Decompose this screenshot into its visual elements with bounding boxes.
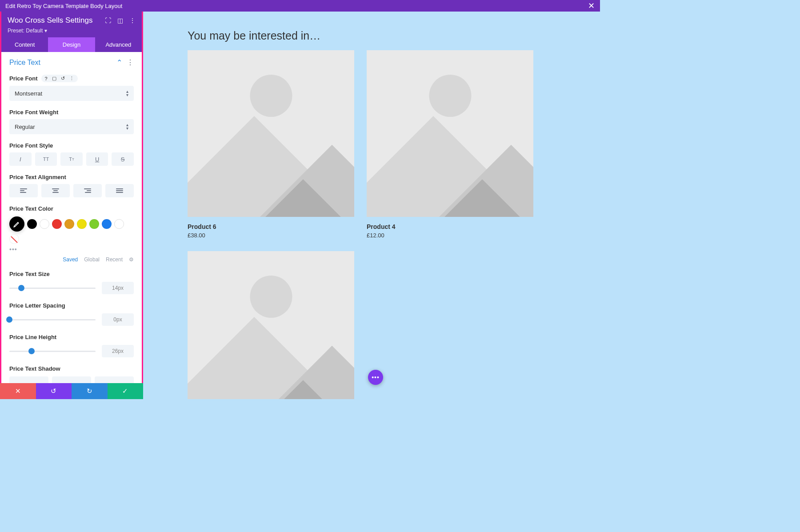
color-settings-icon[interactable]: ⚙: [129, 256, 134, 263]
line-value[interactable]: 26px: [102, 345, 134, 357]
product-name: Product 4: [367, 223, 533, 230]
line-slider[interactable]: [9, 351, 96, 352]
label-text-align: Price Text Alignment: [9, 174, 134, 180]
preset-selector[interactable]: Preset: Default ▾: [8, 28, 136, 34]
field-text-size: Price Text Size 14px: [9, 271, 134, 294]
tab-advanced[interactable]: Advanced: [95, 37, 142, 52]
swatch-orange[interactable]: [64, 219, 74, 229]
product-image-placeholder: [367, 50, 533, 217]
save-button[interactable]: ✓: [108, 383, 144, 399]
uppercase-button[interactable]: TT: [35, 152, 57, 166]
spacing-slider[interactable]: [9, 319, 96, 320]
product-image-placeholder: [188, 50, 354, 217]
product-price: £38.00: [188, 232, 354, 239]
underline-button[interactable]: U: [86, 152, 108, 166]
field-letter-spacing: Price Letter Spacing 0px: [9, 302, 134, 326]
product-card[interactable]: Product 6 £38.00: [188, 50, 354, 239]
undo-button[interactable]: ↺: [36, 383, 72, 399]
footer-bar: ✕ ↺ ↻ ✓: [0, 383, 143, 399]
color-tab-saved[interactable]: Saved: [63, 256, 78, 263]
field-text-align: Price Text Alignment: [9, 174, 134, 197]
spacing-value[interactable]: 0px: [102, 313, 134, 326]
align-left-button[interactable]: [9, 184, 38, 197]
weight-select[interactable]: Regular ▴▾: [9, 119, 134, 134]
label-text-size: Price Text Size: [9, 271, 134, 277]
product-card[interactable]: [188, 251, 354, 399]
tab-content[interactable]: Content: [1, 37, 48, 52]
snap-icon[interactable]: ◫: [117, 17, 123, 24]
size-slider[interactable]: [9, 288, 96, 289]
label-price-font: Price Font: [9, 75, 38, 82]
product-price: £12.00: [367, 232, 533, 239]
swatch-red[interactable]: [52, 219, 62, 229]
settings-tabs: Content Design Advanced: [1, 37, 142, 52]
swatch-white2[interactable]: [114, 219, 124, 229]
swatch-white[interactable]: [40, 219, 49, 229]
more-icon[interactable]: ⋮: [129, 17, 136, 24]
redo-button[interactable]: ↻: [72, 383, 108, 399]
color-picker-button[interactable]: [9, 216, 24, 232]
label-line-height: Price Line Height: [9, 334, 134, 340]
font-select[interactable]: Montserrat ▴▾: [9, 86, 134, 101]
sidebar-header: Woo Cross Sells Settings ⛶ ◫ ⋮ Preset: D…: [1, 12, 142, 37]
swatch-black[interactable]: [27, 219, 37, 229]
align-right-button[interactable]: [73, 184, 102, 197]
align-center-button[interactable]: [41, 184, 70, 197]
label-font-weight: Price Font Weight: [9, 109, 134, 116]
preview-heading: You may be interested in…: [188, 29, 556, 42]
field-price-font: Price Font ? ▢ ↺ ⋮ Montserrat ▴▾: [9, 75, 134, 101]
expand-icon[interactable]: ⛶: [105, 17, 111, 24]
strikethrough-button[interactable]: S: [112, 152, 134, 166]
field-line-height: Price Line Height 26px: [9, 334, 134, 357]
product-image-placeholder: [188, 251, 354, 399]
section-header[interactable]: Price Text ⌃ ⋮: [9, 58, 134, 67]
section-title: Price Text: [9, 59, 40, 67]
device-icon[interactable]: ▢: [52, 76, 56, 81]
field-font-style: Price Font Style I TT TT U S: [9, 142, 134, 166]
field-font-weight: Price Font Weight Regular ▴▾: [9, 109, 134, 134]
align-justify-button[interactable]: [105, 184, 134, 197]
product-card[interactable]: Product 4 £12.00: [367, 50, 533, 239]
field-more-icon[interactable]: ⋮: [69, 76, 74, 81]
chevron-up-icon[interactable]: ⌃: [116, 58, 122, 67]
label-font-style: Price Font Style: [9, 142, 134, 149]
caret-icon: ▴▾: [126, 123, 128, 130]
product-name: Product 6: [188, 223, 354, 230]
label-text-color: Price Text Color: [9, 205, 134, 212]
more-colors-icon[interactable]: •••: [9, 246, 134, 253]
swatch-none[interactable]: [9, 234, 19, 244]
caret-icon: ▴▾: [126, 90, 128, 97]
smallcaps-button[interactable]: TT: [60, 152, 83, 166]
color-tab-global[interactable]: Global: [84, 256, 100, 263]
sidebar-title: Woo Cross Sells Settings: [8, 16, 92, 25]
label-letter-spacing: Price Letter Spacing: [9, 302, 134, 309]
font-value: Montserrat: [15, 90, 42, 97]
preview-area: You may be interested in… Product 6 £38.…: [143, 12, 600, 399]
swatch-green[interactable]: [89, 219, 99, 229]
field-text-color: Price Text Color •••: [9, 205, 134, 263]
tab-design[interactable]: Design: [48, 37, 95, 52]
section-more-icon[interactable]: ⋮: [127, 58, 134, 67]
label-text-shadow: Price Text Shadow: [9, 365, 134, 372]
design-panel: Price Text ⌃ ⋮ Price Font ? ▢ ↺ ⋮: [1, 52, 142, 398]
swatch-yellow[interactable]: [77, 219, 87, 229]
settings-sidebar: Woo Cross Sells Settings ⛶ ◫ ⋮ Preset: D…: [0, 12, 143, 399]
reset-icon[interactable]: ↺: [61, 76, 65, 81]
weight-value: Regular: [15, 124, 35, 130]
cancel-button[interactable]: ✕: [0, 383, 36, 399]
color-tab-recent[interactable]: Recent: [106, 256, 123, 263]
close-icon[interactable]: ✕: [588, 1, 595, 11]
help-icon[interactable]: ?: [45, 76, 48, 81]
fab-button[interactable]: •••: [368, 370, 383, 385]
top-bar-title: Edit Retro Toy Camera Template Body Layo…: [5, 3, 122, 9]
size-value[interactable]: 14px: [102, 282, 134, 294]
swatch-blue[interactable]: [102, 219, 112, 229]
italic-button[interactable]: I: [9, 152, 32, 166]
top-bar: Edit Retro Toy Camera Template Body Layo…: [0, 0, 600, 12]
